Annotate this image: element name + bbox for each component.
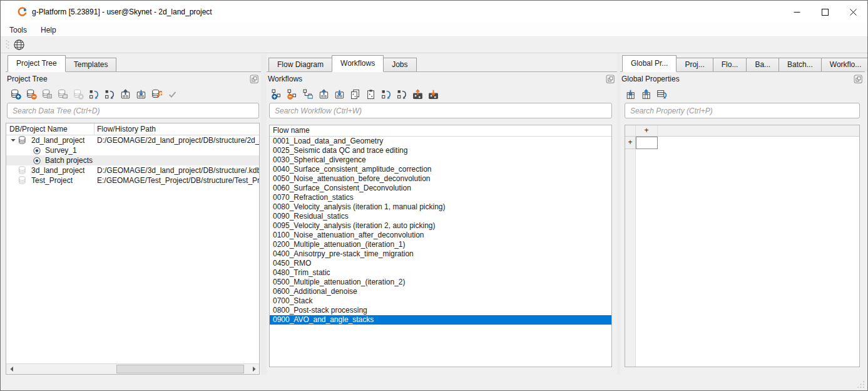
scroll-right-arrow-icon[interactable] bbox=[248, 364, 259, 374]
tree-cell-path bbox=[94, 145, 259, 155]
add-column-header[interactable]: + bbox=[636, 125, 658, 136]
tree-cell-name: Batch projects bbox=[6, 155, 94, 165]
splitter[interactable] bbox=[261, 54, 267, 375]
workflow-remove-icon[interactable] bbox=[286, 88, 299, 100]
search-workflow-input[interactable] bbox=[269, 103, 612, 118]
tree-row-3d-land-project[interactable]: 3d_land_projectD:/GEOMAGE/3d_land_projec… bbox=[6, 165, 259, 175]
property-edit-cell[interactable] bbox=[636, 137, 658, 149]
database-remove-icon[interactable] bbox=[25, 88, 38, 100]
left-panel-header: Project Tree bbox=[7, 72, 259, 86]
database-icon bbox=[18, 165, 28, 175]
scroll-left-arrow-icon[interactable] bbox=[6, 364, 17, 374]
scrollbar-track[interactable] bbox=[17, 364, 248, 374]
database-icon bbox=[18, 135, 28, 145]
project-tree-table: DB/Project Name Flow/History Path 2d_lan… bbox=[6, 123, 260, 375]
horizontal-scrollbar[interactable] bbox=[6, 363, 259, 374]
table-row: + bbox=[625, 137, 658, 149]
left-tabbar: Project TreeTemplates bbox=[6, 55, 261, 72]
workflow-import-icon[interactable] bbox=[317, 88, 330, 100]
database-duplicate-icon[interactable] bbox=[56, 88, 69, 100]
copy-icon[interactable] bbox=[349, 88, 361, 100]
swap-redo-icon[interactable] bbox=[396, 88, 408, 100]
workflow-item-0001-load-data-and-geometry[interactable]: 0001_Load_data_and_Geometry bbox=[270, 137, 611, 146]
toolbar-grip[interactable] bbox=[6, 39, 9, 51]
tree-row-survey-1[interactable]: Survey_1 bbox=[6, 145, 259, 155]
tab-proj[interactable]: Proj... bbox=[676, 58, 713, 71]
scrollbar-thumb[interactable] bbox=[116, 365, 244, 373]
tab-jobs[interactable]: Jobs bbox=[383, 58, 416, 71]
validate-check-icon[interactable] bbox=[166, 88, 178, 100]
tab-workflows[interactable]: Workflows bbox=[332, 55, 384, 72]
workflow-item-0080-velocity-analysis-iteration-1-manua[interactable]: 0080_Velocity_analysis (iteration 1, man… bbox=[270, 202, 611, 212]
float-panel-icon[interactable] bbox=[854, 75, 863, 84]
workflow-item-0095-velocity-analysis-iteration-2-auto-[interactable]: 0095_Velocity_analysis (iteration 2, aut… bbox=[270, 221, 611, 231]
tab-templates[interactable]: Templates bbox=[65, 58, 117, 71]
float-panel-icon[interactable] bbox=[250, 75, 259, 84]
project-export-icon[interactable] bbox=[119, 88, 131, 100]
minimize-button[interactable] bbox=[783, 1, 811, 23]
swap-refresh-icon[interactable] bbox=[380, 88, 392, 100]
search-property-input[interactable] bbox=[625, 103, 860, 118]
workflow-item-0480-trim-static[interactable]: 0480_Trim_static bbox=[270, 268, 611, 278]
workflow-item-0030-spherical-divergence[interactable]: 0030_Spherical_divergence bbox=[270, 155, 611, 165]
workflow-copy-icon[interactable] bbox=[302, 88, 314, 100]
column-flow-history-path[interactable]: Flow/History Path bbox=[94, 123, 259, 135]
workflow-item-0400-anisotrpy-pre-stack-time-migration[interactable]: 0400_Anisotrpy_pre-stack_time_migration bbox=[270, 249, 611, 259]
main-toolbar bbox=[1, 37, 867, 53]
menu-item-tools[interactable]: Tools bbox=[4, 24, 32, 36]
tab-flow-diagram[interactable]: Flow Diagram bbox=[268, 58, 332, 71]
project-import-icon[interactable] bbox=[135, 88, 147, 100]
close-button[interactable] bbox=[839, 1, 867, 23]
search-data-tree-input[interactable] bbox=[7, 103, 259, 118]
workflow-item-0040-surface-consistent-amplitude-correc[interactable]: 0040_Surface_consistent_amplitude_correc… bbox=[270, 165, 611, 174]
properties-table-header: + bbox=[625, 125, 859, 137]
workflow-item-0200-multiple-attenuation-iteration-1[interactable]: 0200_Multiple_attenuation_(iteration_1) bbox=[270, 240, 611, 249]
workflow-upload-icon[interactable] bbox=[411, 88, 424, 100]
workflow-item-0090-residual-statics[interactable]: 0090_Residual_statics bbox=[270, 212, 611, 221]
tree-row-batch-projects[interactable]: Batch projects bbox=[6, 155, 259, 165]
properties-import-icon[interactable] bbox=[624, 88, 636, 100]
tree-row-2d-land-project[interactable]: 2d_land_projectD:/GEOMAGE/2d_land_projec… bbox=[6, 135, 259, 145]
expander-icon[interactable] bbox=[8, 137, 18, 143]
tab-global-pr[interactable]: Global Pr... bbox=[622, 55, 677, 72]
menu-item-help[interactable]: Help bbox=[36, 24, 61, 36]
float-panel-icon[interactable] bbox=[606, 75, 615, 84]
tab-flo[interactable]: Flo... bbox=[713, 58, 747, 71]
column-db-project-name[interactable]: DB/Project Name bbox=[6, 123, 94, 135]
workflow-item-0900-avo-and-angle-stacks[interactable]: 0900_AVO_and_angle_stacks bbox=[270, 315, 611, 325]
workflow-item-0060-surface-consistent-deconvolution[interactable]: 0060_Surface_Consistent_Deconvolution bbox=[270, 184, 611, 193]
workflow-item-0500-multiple-attenuation-iteration-2[interactable]: 0500_Multiple_attenuation_(iteration_2) bbox=[270, 278, 611, 287]
paste-icon[interactable] bbox=[364, 88, 377, 100]
tab-project-tree[interactable]: Project Tree bbox=[8, 55, 66, 72]
workflow-item-0600-additional-denoise[interactable]: 0600_Additional_denoise bbox=[270, 287, 611, 296]
database-add-icon[interactable] bbox=[9, 88, 22, 100]
workflow-item-0025-seismic-data-qc-and-trace-editing[interactable]: 0025_Seismic data QC and trace editing bbox=[270, 146, 611, 155]
workflow-item-0700-stack[interactable]: 0700_Stack bbox=[270, 296, 611, 306]
database-settings-icon[interactable] bbox=[150, 88, 163, 100]
swap-redo-icon[interactable] bbox=[103, 88, 116, 100]
tree-row-test-project[interactable]: Test_ProjectE:/GEOMAGE/Test_Project/DB/s… bbox=[6, 175, 259, 185]
column-flow-name[interactable]: Flow name bbox=[270, 125, 611, 137]
database-close-icon[interactable] bbox=[72, 88, 84, 100]
tree-item-label: 2d_land_project bbox=[31, 135, 84, 145]
workflow-export-icon[interactable] bbox=[333, 88, 345, 100]
tab-batch[interactable]: Batch... bbox=[779, 58, 822, 71]
workflow-item-0070-refraction-statics[interactable]: 0070_Refraction_statics bbox=[270, 193, 611, 202]
properties-export-icon[interactable] bbox=[640, 88, 652, 100]
tab-workflo[interactable]: Workflo... bbox=[821, 58, 868, 71]
tree-column-headers: DB/Project Name Flow/History Path bbox=[6, 123, 259, 135]
workflow-item-0100-noise-attenuation-after-deconvoluti[interactable]: 0100_Noise_attenuation_after_deconvoluti… bbox=[270, 231, 611, 240]
database-copy-icon[interactable] bbox=[41, 88, 53, 100]
globe-icon[interactable] bbox=[13, 39, 26, 51]
add-row-header[interactable]: + bbox=[625, 137, 636, 149]
workflow-item-0450-rmo[interactable]: 0450_RMO bbox=[270, 259, 611, 268]
maximize-button[interactable] bbox=[811, 1, 839, 23]
tab-ba[interactable]: Ba... bbox=[746, 58, 779, 71]
workflow-item-0800-post-stack-processing[interactable]: 0800_Post-stack processing bbox=[270, 306, 611, 315]
workflow-download-icon[interactable] bbox=[427, 88, 439, 100]
workflow-item-0050-noise-attenuation-before-deconvolut[interactable]: 0050_Noise_attenuation_before_deconvolut… bbox=[270, 174, 611, 184]
workflow-add-icon[interactable] bbox=[270, 88, 283, 100]
resize-grip-icon[interactable] bbox=[856, 380, 865, 388]
properties-refresh-icon[interactable] bbox=[655, 88, 668, 100]
swap-refresh-icon[interactable] bbox=[88, 88, 100, 100]
